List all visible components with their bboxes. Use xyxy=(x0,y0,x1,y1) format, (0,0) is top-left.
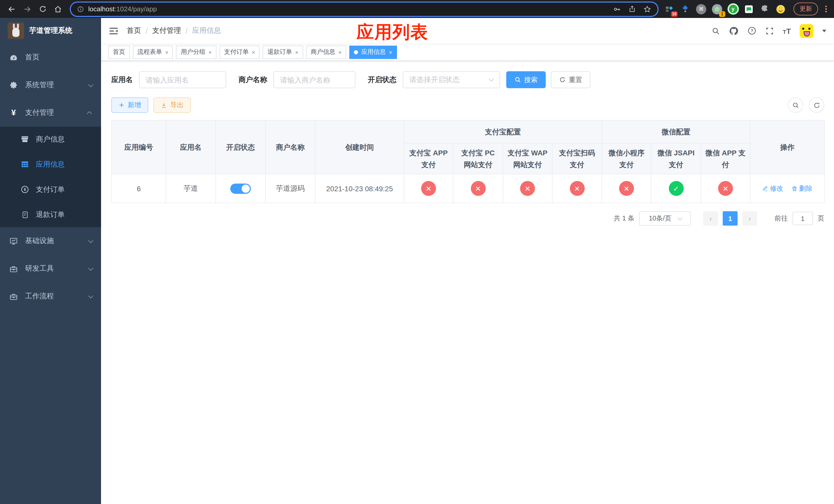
bookmark-star-icon[interactable] xyxy=(643,5,652,13)
sidebar-item-refund-order[interactable]: 退款订单 xyxy=(0,202,101,227)
sidebar-item-label: 商户信息 xyxy=(36,135,65,144)
sidebar-item-pay[interactable]: ¥ 支付管理 xyxy=(0,99,101,127)
filter-form: 应用名 商户名称 开启状态 请选择开启状态 搜索 xyxy=(111,71,824,88)
sidebar-item-label: 退款订单 xyxy=(36,210,65,219)
chevron-down-icon xyxy=(88,293,93,298)
page-1-button[interactable]: 1 xyxy=(723,211,738,226)
github-icon[interactable] xyxy=(729,26,739,36)
enabled-toggle[interactable] xyxy=(230,183,251,193)
document-icon xyxy=(21,210,29,219)
extension-badge: 10 xyxy=(671,11,678,17)
extension-emoji-icon[interactable] xyxy=(775,3,786,15)
sidebar-item-merchant-info[interactable]: 商户信息 xyxy=(0,127,101,152)
sidebar-item-system[interactable]: 系统管理 xyxy=(0,71,101,99)
app-name-input[interactable] xyxy=(139,71,226,88)
status-label: 开启状态 xyxy=(368,75,396,84)
collapse-sidebar-icon[interactable] xyxy=(109,26,118,36)
add-button[interactable]: 新增 xyxy=(111,97,148,113)
browser-menu-icon[interactable] xyxy=(823,6,829,12)
total-count: 共 1 条 xyxy=(614,214,635,223)
extension-y-icon[interactable]: y xyxy=(727,3,739,15)
close-icon[interactable]: × xyxy=(338,49,342,55)
toggle-search-button[interactable] xyxy=(788,97,803,113)
search-button[interactable]: 搜索 xyxy=(506,71,546,88)
status-select[interactable]: 请选择开启状态 xyxy=(403,71,500,88)
export-button[interactable]: 导出 xyxy=(153,97,191,113)
edit-link[interactable]: 修改 xyxy=(762,184,783,193)
pagination: 共 1 条 10条/页 ‹ 1 › 前往 页 xyxy=(111,211,824,226)
merchant-name-input[interactable] xyxy=(273,71,355,88)
chevron-down-icon xyxy=(678,215,683,220)
goto-page-input[interactable] xyxy=(792,212,813,225)
svg-text:?: ? xyxy=(751,28,753,33)
close-icon[interactable]: × xyxy=(295,49,299,55)
sidebar-item-home[interactable]: 首页 xyxy=(0,44,101,71)
delete-link[interactable]: 删除 xyxy=(791,184,812,193)
breadcrumb-home[interactable]: 首页 xyxy=(127,26,141,36)
col-create-time: 创建时间 xyxy=(315,120,404,174)
help-icon[interactable]: ? xyxy=(747,26,756,36)
alipay-app-status-icon: ✕ xyxy=(421,181,436,196)
sidebar-logo[interactable]: 芋道管理系统 xyxy=(0,18,101,44)
extensions-row: 10 ⌘ 1 y xyxy=(664,3,786,15)
tag-process-form[interactable]: 流程表单× xyxy=(133,45,173,59)
prev-page-button[interactable]: ‹ xyxy=(703,211,718,226)
pay-submenu: 商户信息 应用信息 ¥ 支付订单 退款订单 xyxy=(0,127,101,227)
sidebar-item-workflow[interactable]: 工作流程 xyxy=(0,282,101,310)
url-text: localhost:1024/pay/app xyxy=(88,5,157,13)
share-icon[interactable] xyxy=(628,5,636,13)
extension-deploy-icon[interactable]: 10 xyxy=(664,3,675,15)
tag-pay-order[interactable]: 支付订单× xyxy=(220,45,260,59)
tag-app-info[interactable]: 应用信息× xyxy=(349,45,397,59)
sidebar-item-app-info[interactable]: 应用信息 xyxy=(0,152,101,177)
breadcrumb: 首页 / 支付管理 / 应用信息 xyxy=(127,26,221,36)
extensions-puzzle-icon[interactable] xyxy=(759,3,770,15)
shop-icon xyxy=(21,135,29,143)
close-icon[interactable]: × xyxy=(389,49,392,55)
breadcrumb-pay[interactable]: 支付管理 xyxy=(152,26,181,36)
tag-home[interactable]: 首页 xyxy=(108,45,130,59)
col-actions: 操作 xyxy=(750,120,825,174)
extension-chat-icon[interactable] xyxy=(743,3,754,15)
tag-user-group[interactable]: 用户分组× xyxy=(176,45,216,59)
extension-kite-icon[interactable] xyxy=(680,3,691,15)
next-page-button[interactable]: › xyxy=(742,211,757,226)
fullscreen-icon[interactable] xyxy=(765,26,774,35)
chevron-down-icon xyxy=(88,265,93,271)
refresh-button[interactable] xyxy=(809,97,824,113)
sidebar-item-devtools[interactable]: 研发工具 xyxy=(0,255,101,282)
search-icon[interactable] xyxy=(711,26,720,35)
browser-reload-icon[interactable] xyxy=(36,2,49,16)
page-size-select[interactable]: 10条/页 xyxy=(639,211,691,226)
browser-home-icon[interactable] xyxy=(51,2,65,16)
extension-account-icon[interactable]: 1 xyxy=(711,3,723,15)
tag-refund-order[interactable]: 退款订单× xyxy=(263,45,303,59)
browser-back-icon[interactable] xyxy=(5,2,19,16)
user-menu-caret-icon[interactable] xyxy=(822,29,826,34)
site-info-icon[interactable] xyxy=(77,5,84,13)
table-row: 6 芋道 芋道源码 2021-10-23 08:49:25 ✕ ✕ ✕ ✕ ✕ … xyxy=(112,174,825,203)
password-key-icon[interactable] xyxy=(613,5,621,13)
sidebar-item-label: 应用信息 xyxy=(36,160,65,169)
cell-create-time: 2021-10-23 08:49:25 xyxy=(315,174,404,203)
font-size-icon[interactable]: TT xyxy=(783,26,791,35)
chevron-down-icon xyxy=(88,82,93,87)
sidebar-item-infra[interactable]: 基础设施 xyxy=(0,227,101,255)
address-bar[interactable]: localhost:1024/pay/app xyxy=(71,2,658,16)
close-icon[interactable]: × xyxy=(208,49,212,55)
extension-command-icon[interactable]: ⌘ xyxy=(696,3,707,15)
sidebar-item-pay-order[interactable]: ¥ 支付订单 xyxy=(0,177,101,202)
browser-forward-icon[interactable] xyxy=(21,2,34,16)
browser-update-button[interactable]: 更新 xyxy=(793,3,818,15)
app-title: 芋道管理系统 xyxy=(29,26,72,36)
tag-merchant-info[interactable]: 商户信息× xyxy=(306,45,347,59)
close-icon[interactable]: × xyxy=(165,49,169,55)
merchant-name-label: 商户名称 xyxy=(239,75,267,84)
col-app-name: 应用名 xyxy=(166,120,216,174)
reset-button[interactable]: 重置 xyxy=(551,71,590,88)
navbar-actions: ? TT xyxy=(711,24,826,38)
col-merchant: 商户名称 xyxy=(265,120,315,174)
user-avatar[interactable] xyxy=(799,24,813,38)
close-icon[interactable]: × xyxy=(252,49,255,55)
col-alipay-qr: 支付宝扫码支付 xyxy=(552,143,602,174)
